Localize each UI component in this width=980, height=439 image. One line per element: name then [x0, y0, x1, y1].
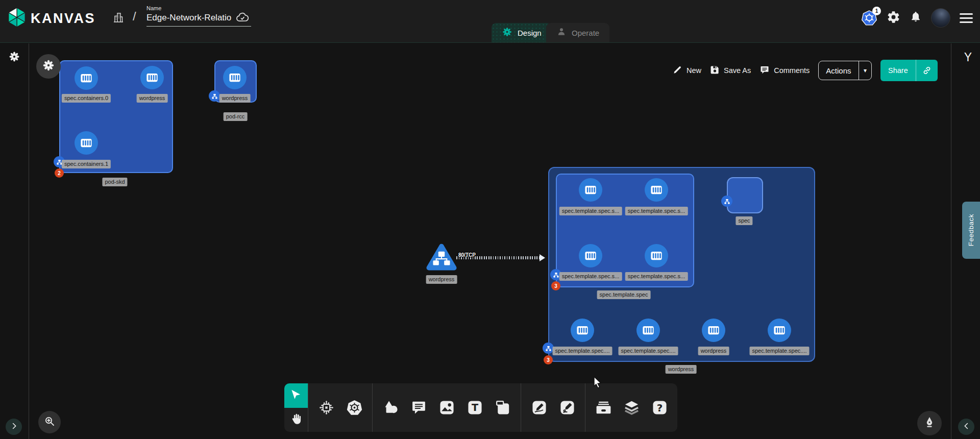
svg-text:?: ?	[656, 402, 663, 414]
tool-image-button[interactable]	[435, 392, 458, 424]
tab-design[interactable]: Design	[492, 23, 552, 42]
feedback-label: Feedback	[967, 214, 975, 246]
node-label-chip: spec.containers.1	[62, 160, 111, 168]
tool-shapes-button[interactable]	[379, 392, 402, 424]
comments-label: Comments	[774, 66, 810, 75]
tool-select-cursor-button[interactable]	[284, 383, 308, 408]
error-count-badge[interactable]: 3	[551, 281, 560, 290]
share-button[interactable]: Share	[880, 60, 938, 81]
kubernetes-flower-icon	[42, 59, 55, 74]
service-node-wordpress[interactable]	[426, 243, 457, 273]
container-node[interactable]	[702, 319, 725, 342]
pod-relationship-badge[interactable]	[721, 196, 732, 207]
tool-comment-button[interactable]	[407, 392, 430, 424]
svg-text:T: T	[471, 402, 478, 413]
caret-down-icon[interactable]: ▾	[859, 61, 871, 80]
right-rail-top-glyph[interactable]: Y	[964, 51, 972, 64]
left-rail	[0, 43, 29, 439]
expand-left-panel-button[interactable]	[6, 419, 22, 435]
kubernetes-annotation-node[interactable]	[36, 54, 61, 79]
kubernetes-icon	[861, 19, 877, 28]
top-bar: KANVAS / Name Edge-Network-Relatio Desig…	[0, 0, 980, 43]
container-node[interactable]	[645, 244, 668, 267]
tab-operate[interactable]: Operate	[546, 23, 609, 42]
zoom-button[interactable]	[38, 411, 61, 433]
canvas-action-bar: New Save As Comments Actions ▾ Share	[673, 59, 938, 82]
group-label-chip: pod-skd	[102, 178, 127, 186]
container-node[interactable]	[223, 66, 247, 89]
cursor-icon	[289, 388, 303, 403]
share-label: Share	[880, 60, 916, 81]
tool-component-button[interactable]	[314, 392, 338, 424]
node-label-chip: spec.template.spec....	[619, 347, 678, 355]
tool-help-button[interactable]: ?	[648, 392, 671, 424]
group-spec-template-spec[interactable]	[556, 174, 694, 287]
group-label-chip: wordpress	[666, 365, 697, 374]
organization-icon[interactable]	[112, 11, 125, 26]
actions-dropdown-button[interactable]: Actions ▾	[818, 61, 872, 80]
notifications-bell-icon[interactable]	[910, 11, 922, 25]
container-node[interactable]	[768, 319, 791, 342]
group-label-chip: spec	[736, 216, 752, 225]
node-label-chip: spec.template.spec....	[750, 347, 810, 355]
design-mode-indicator[interactable]	[917, 411, 942, 435]
node-label-chip: wordpress	[219, 94, 251, 103]
canvas-toolbar: T?	[284, 383, 677, 432]
container-node[interactable]	[571, 319, 594, 342]
edge-arrowhead	[540, 254, 545, 261]
save-as-button[interactable]: Save As	[710, 65, 751, 76]
tool-pan-hand-button[interactable]	[284, 408, 308, 432]
new-button[interactable]: New	[673, 65, 701, 76]
comments-button[interactable]: Comments	[760, 65, 810, 77]
kubernetes-context-button[interactable]: 1	[861, 10, 877, 26]
tool-kubernetes-button[interactable]	[342, 392, 366, 424]
app-title: KANVAS	[31, 11, 95, 27]
container-node[interactable]	[645, 178, 668, 202]
container-node[interactable]	[75, 66, 98, 90]
kubernetes-context-badge: 1	[872, 7, 881, 15]
container-node[interactable]	[140, 66, 164, 89]
tool-text-button[interactable]: T	[463, 392, 486, 424]
save-as-label: Save As	[724, 66, 751, 75]
node-label-chip: spec.template.spec....	[553, 347, 612, 355]
node-label-chip: spec.template.spec.s...	[625, 207, 688, 215]
error-count-badge[interactable]: 3	[544, 355, 553, 364]
node-label-chip: spec.template.spec.s...	[625, 272, 688, 281]
kanvas-logo-icon	[7, 7, 27, 30]
container-node[interactable]	[636, 319, 660, 342]
hamburger-menu-icon[interactable]	[960, 13, 973, 23]
tool-drawer-button[interactable]	[592, 392, 615, 424]
expand-right-panel-button[interactable]	[958, 419, 974, 435]
spiral-loader-icon[interactable]	[8, 51, 20, 65]
cloud-sync-icon	[235, 10, 250, 27]
edge-port-label: 80/TCP	[458, 252, 476, 258]
comment-icon	[760, 65, 770, 77]
tool-pencil-draw-button[interactable]	[555, 392, 579, 424]
avatar[interactable]	[931, 8, 950, 28]
pod-relationship-badge[interactable]	[209, 90, 220, 102]
design-spiral-icon	[502, 27, 512, 39]
error-count-badge[interactable]: 2	[55, 168, 64, 178]
group-label-chip: pod-rcc	[224, 112, 248, 121]
feedback-tab[interactable]: Feedback	[962, 202, 980, 259]
magnifier-plus-icon	[43, 415, 56, 429]
chevron-left-icon	[963, 422, 970, 432]
breadcrumb-separator: /	[133, 9, 136, 23]
settings-gear-icon[interactable]	[887, 10, 900, 26]
operator-icon	[556, 27, 567, 39]
container-node[interactable]	[579, 178, 602, 202]
group-spec[interactable]	[727, 177, 763, 213]
save-icon	[710, 65, 720, 76]
tool-layers-button[interactable]	[620, 392, 643, 424]
pencil-icon	[673, 65, 682, 76]
tool-frame-button[interactable]	[491, 392, 514, 424]
container-node[interactable]	[75, 131, 98, 155]
container-node[interactable]	[579, 244, 602, 267]
node-label-chip: spec.template.spec.s...	[559, 272, 622, 281]
tool-pen-line-button[interactable]	[527, 392, 551, 424]
copy-link-icon[interactable]	[916, 60, 938, 81]
kanvas-logo[interactable]: KANVAS	[7, 7, 95, 30]
actions-label: Actions	[819, 61, 858, 80]
node-label-chip: wordpress	[426, 275, 457, 284]
node-label-chip: wordpress	[698, 347, 729, 355]
